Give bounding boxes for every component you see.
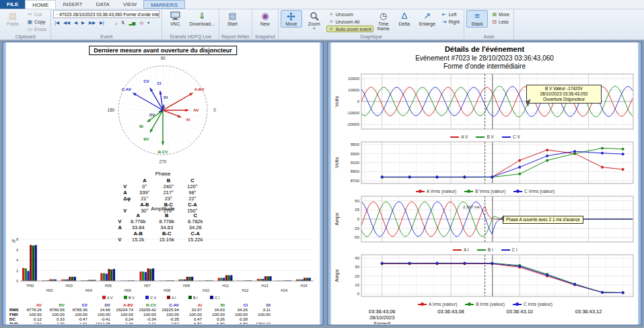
amps-waveform-chart[interactable]: 50250-25-50AmpsA IB IC I xyxy=(333,195,637,253)
phase-open-callout[interactable]: Phase A ouverte avec 2.1 ms d'avance xyxy=(503,216,583,224)
legend-marker xyxy=(515,302,519,306)
harmonics-bar-chart[interactable]: 02468%THDH02H03H04H05H06H07H08H09H10H11H… xyxy=(9,238,318,302)
cell: 0.26 xyxy=(203,317,226,321)
last-event-button[interactable]: ▶| xyxy=(98,19,106,26)
col-header: BI xyxy=(203,302,226,307)
col-header: B-CV xyxy=(135,302,157,307)
volts-rms-chart[interactable]: 95009300910089008700VoltsA Vrms (valeur)… xyxy=(333,140,637,195)
amps-rms-plot[interactable]: 403020100Amps xyxy=(333,253,637,298)
phasor-summary-window[interactable]: Derniere mesure avant ouverture du disjo… xyxy=(2,42,324,325)
volts-waveform-chart[interactable]: 20000100000-10000-20000VoltsA VB VC V xyxy=(333,73,637,140)
cell: V xyxy=(121,183,133,190)
tab-file[interactable]: FILE xyxy=(0,0,25,9)
cell: 8.782k xyxy=(181,218,210,224)
report-start-button[interactable]: ▤ Start xyxy=(221,10,243,28)
svg-text:9500: 9500 xyxy=(351,142,360,147)
cell: 34.26 xyxy=(181,224,210,231)
time-frame-label: Time frame xyxy=(376,22,391,31)
tab-insert[interactable]: INSERT xyxy=(56,0,89,9)
amps-rms-chart[interactable]: 403020100AmpsA Irms (valeur)B Irms (vale… xyxy=(333,253,637,308)
enlarge-button[interactable]: ↗ Enlarge xyxy=(417,10,438,28)
cell: 6.89 xyxy=(226,321,249,324)
delta-button[interactable]: Δ Delta xyxy=(394,10,415,28)
unzoom-button[interactable]: ⌕ Unzoom xyxy=(326,11,373,17)
legend-item: C Vrms (valeur) xyxy=(513,189,554,194)
erase-button[interactable]: ▭ Erase xyxy=(25,26,48,32)
volts-rms-plot[interactable]: 95009300910089008700Volts xyxy=(333,140,637,185)
copy-button[interactable]: ▣ Copy xyxy=(25,18,48,25)
zoom-label: Zoom xyxy=(308,22,320,26)
tab-markers[interactable]: MARKERS xyxy=(143,0,185,9)
svg-text:0: 0 xyxy=(16,279,18,283)
zoom-button[interactable]: Zoom ▾ xyxy=(303,10,325,32)
amps-waveform-plot[interactable]: 50250-25-50Amps xyxy=(333,195,637,243)
phasor-diagram[interactable]: 901800270AVAIA-BVBVBIB-CVCVCIC-AVDVDI xyxy=(92,52,234,168)
cell: -0.41 xyxy=(89,317,112,321)
stack-button[interactable]: ≡ Stack xyxy=(466,10,488,28)
legend-label: A I xyxy=(464,247,469,252)
col-header: CV xyxy=(66,302,89,307)
ribbon-group-hdpq: VNC ⇓ Download... Dranetz HDPQ Live xyxy=(162,9,219,40)
download-button[interactable]: ⇓ Download... xyxy=(187,10,217,28)
svg-text:-10000: -10000 xyxy=(347,111,359,115)
value-callout[interactable]: B V Valeur -17420V 28/10/2023 03:36:43,0… xyxy=(526,85,602,104)
axes-more-button[interactable]: ⊞ More xyxy=(489,11,511,17)
snapshot-new-button[interactable]: ◉ New xyxy=(254,10,276,28)
sort-events-button[interactable]: ⇅ xyxy=(120,19,126,26)
pan-left-button[interactable]: ⇤ Left xyxy=(439,11,462,17)
col-header: C-A xyxy=(181,231,210,237)
row-header: FND xyxy=(8,312,20,317)
cell: 2.46 xyxy=(112,321,135,324)
fast-next-event-button[interactable]: ▶▶ xyxy=(87,19,97,26)
ribbon-tab-row: FILE HOME INSERT DATA VIEW MARKERS xyxy=(0,0,644,9)
prev-event-button[interactable]: ◀ xyxy=(73,19,79,26)
legend-item: B I xyxy=(477,247,493,252)
event-detail-window[interactable]: Détails de l'événement Evénement #7023 l… xyxy=(327,42,642,325)
move-button[interactable]: Move xyxy=(281,10,302,28)
stack-label: Stack xyxy=(471,22,483,26)
col-header: A-B xyxy=(124,231,153,237)
paste-button[interactable]: ▤ Paste xyxy=(2,10,24,28)
legend-label: B V xyxy=(487,134,493,139)
axes-less-button[interactable]: ⊟ Less xyxy=(489,18,511,25)
svg-text:0: 0 xyxy=(357,217,360,221)
svg-text:4: 4 xyxy=(16,258,18,262)
target-event-button[interactable]: ◎ xyxy=(138,19,145,26)
legend-label: A V xyxy=(461,134,468,139)
pan-left-icon: ⇤ xyxy=(441,11,448,17)
svg-text:AV: AV xyxy=(193,108,199,112)
svg-text:H08: H08 xyxy=(164,288,170,292)
unzoom-all-button[interactable]: ⌕ Unzoom All xyxy=(326,18,373,25)
legend-swatch xyxy=(450,136,459,138)
legend-label: B Vrms (valeur) xyxy=(475,189,505,194)
legend-item: C V xyxy=(502,134,520,139)
cut-button[interactable]: ✂ Cut xyxy=(25,11,48,17)
pan-right-icon: ⇥ xyxy=(441,19,448,25)
time-frame-button[interactable]: ◷ Time frame xyxy=(375,10,392,32)
next-event-button[interactable]: ▶ xyxy=(80,19,86,26)
clipboard-group-label: Clipboard xyxy=(2,34,48,40)
notes-button[interactable]: ♪ xyxy=(114,20,118,26)
auto-zoom-event-button[interactable]: ⌕ Auto-zoom event xyxy=(326,26,373,32)
cell: 8.776k xyxy=(124,218,153,224)
stacked-charts[interactable]: B V Valeur -17420V 28/10/2023 03:36:43,0… xyxy=(333,73,637,323)
event-chart-button[interactable]: ▂▅ xyxy=(127,19,137,26)
tab-home[interactable]: HOME xyxy=(25,0,56,9)
event-selector[interactable]: ~ #7023 28/10/2023 03:36:43,060 Forme d'… xyxy=(53,10,159,18)
download-icon: ⇓ xyxy=(199,11,206,22)
tab-data[interactable]: DATA xyxy=(90,0,116,9)
svg-text:C I: C I xyxy=(215,296,220,300)
pan-right-button[interactable]: ⇥ Right xyxy=(439,18,462,25)
volts-waveform-legend: A VB VC V xyxy=(333,133,637,140)
svg-text:Amps: Amps xyxy=(334,269,340,282)
first-event-button[interactable]: |◀ xyxy=(53,19,61,26)
less-icon: ⊟ xyxy=(491,19,497,25)
tab-view[interactable]: VIEW xyxy=(116,0,143,9)
cell: 100.00 xyxy=(89,312,112,317)
svg-text:8: 8 xyxy=(16,238,18,241)
vnc-button[interactable]: VNC xyxy=(164,10,186,28)
event-options-caret[interactable]: ▾ xyxy=(146,19,151,26)
cell: 339° xyxy=(133,190,157,196)
row-header: THD xyxy=(8,321,20,324)
fast-prev-event-button[interactable]: ◀◀ xyxy=(62,19,71,26)
